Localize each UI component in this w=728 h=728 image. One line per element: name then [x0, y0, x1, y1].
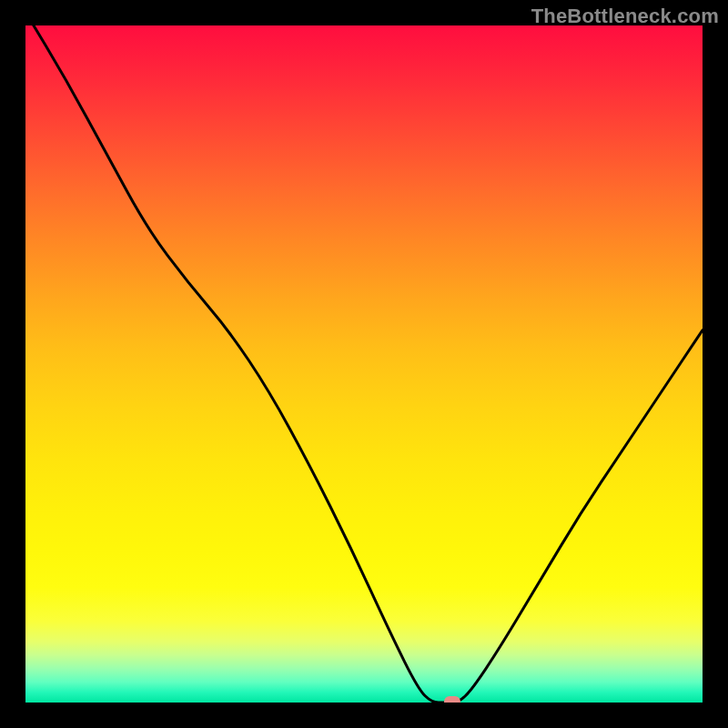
chart-frame: TheBottleneck.com: [0, 0, 728, 728]
plot-area: [25, 25, 703, 703]
curve-path: [25, 25, 703, 703]
bottleneck-curve: [25, 25, 703, 703]
optimal-point-marker: [444, 696, 460, 703]
